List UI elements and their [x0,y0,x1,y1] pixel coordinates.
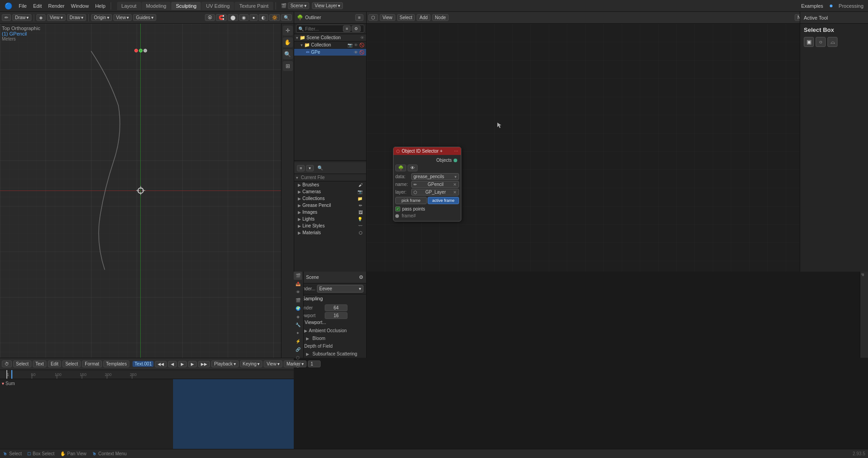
props-modifier-icon[interactable]: 🔧 [294,321,302,329]
timeline-text-btn[interactable]: Text [33,360,46,367]
menu-file[interactable]: File [16,2,30,10]
frame-num-field[interactable]: 1 [308,360,321,367]
timeline-edit-btn[interactable]: Edit [48,360,61,367]
viewport-canvas[interactable]: Top Orthographic (1) GPencil Meters [0,24,281,358]
snap-btn[interactable]: 🧲 [216,14,227,21]
widget-header[interactable]: ⬡ Object ID Selector + ⋯ [393,147,461,155]
ne-node-btn[interactable]: Node [432,14,449,21]
editor-type-btn[interactable]: ✏ [2,14,11,21]
props-world-icon[interactable]: 🌍 [294,304,302,313]
menu-examples[interactable]: Examples [798,2,826,10]
pick-frame-btn[interactable]: pick frame [395,197,427,204]
menu-edit[interactable]: Edit [31,2,45,10]
origin-btn[interactable]: Origin ▾ [91,14,112,21]
timeline-ruler[interactable]: 1 50 100 150 200 250 [0,370,294,379]
collection-eye-icon[interactable]: 👁 [354,43,358,47]
outliner-search-input[interactable] [305,26,342,31]
fb-materials[interactable]: ▶ Materials ⬡ [294,229,366,236]
outliner-settings[interactable]: ⚙ [352,26,361,32]
shading-material-btn[interactable]: ◐ [259,14,268,21]
data-field-dropdown[interactable]: ▾ [454,175,457,179]
start-frame-field[interactable]: ◀◀ [155,361,167,367]
vtab-properties[interactable]: P [860,272,865,278]
name-field-value[interactable]: ✏ GPencil ✕ [411,181,459,188]
search-btn[interactable]: 🔍 [281,14,292,21]
data-field-value[interactable]: grease_pencils ▾ [411,173,459,180]
fb-lights[interactable]: ▶ Lights 💡 [294,216,366,222]
ne-select-btn[interactable]: Select [397,14,415,21]
timeline-tracks[interactable]: ▾ Sum [0,379,294,449]
ne-type-icon[interactable]: ⬡ [368,14,378,21]
keying-btn[interactable]: Keying ▾ [240,360,263,367]
gpe-item[interactable]: ✏ GPe 👁 🚫 [294,49,366,56]
timeline-select2-btn[interactable]: Select [62,360,81,367]
fb-collections[interactable]: ▶ Collections 📁 [294,195,366,202]
props-particle-icon[interactable]: ✦ [294,329,302,337]
menu-help[interactable]: Help [92,2,108,10]
props-data-icon[interactable]: ⬡ [294,354,302,362]
transform-handles[interactable] [134,49,147,52]
timeline-type-icon[interactable]: ⏱ [2,360,12,367]
tool-mode-box[interactable]: ▣ [804,37,814,47]
vp-tool-grid[interactable]: ⊞ [283,61,293,71]
vp-draw-btn[interactable]: Draw ▾ [67,14,86,21]
tab-texture-paint[interactable]: Texture Paint [235,2,273,10]
tool-mode-lasso[interactable]: ⌓ [827,37,837,47]
fb-view-btn[interactable]: ≡ [297,165,305,171]
scene-selector[interactable]: Scene ▾ [288,2,309,9]
sss-header[interactable]: ▶ Subsurface Scattering [294,350,366,358]
timeline-select-btn[interactable]: Select [13,360,31,367]
gpe-hide-icon[interactable]: 🚫 [359,50,364,55]
props-output-icon[interactable]: 📤 [294,280,302,288]
layer-field-value[interactable]: ⬡ GP_Layer ✕ [411,189,459,196]
viewport-samples-input[interactable]: 16 [325,312,347,319]
collection-item[interactable]: ▾ 📁 Collection 📷 👁 🚫 [294,41,366,49]
bloom-header[interactable]: ▶ Bloom [294,334,366,342]
object-mode-btn[interactable]: ◈ [36,14,46,21]
vp-tool-hand[interactable]: ✋ [283,37,293,47]
outliner-filter-btn[interactable]: ≡ [355,14,363,21]
view-layer-selector[interactable]: View Layer ▾ [312,2,343,9]
tab-modeling[interactable]: Modeling [142,2,171,10]
guides-btn[interactable]: Guides ▾ [133,14,156,21]
ne-add-btn[interactable]: Add [417,14,430,21]
fb-sort-btn[interactable]: ▾ [306,165,314,171]
props-view-icon[interactable]: 👁 [294,288,302,296]
menu-window[interactable]: Window [68,2,92,10]
widget-close-area[interactable]: ⋯ [454,149,458,154]
end-frame-btn[interactable]: ▶▶ [198,361,210,367]
props-physics-icon[interactable]: ⚡ [294,337,302,345]
ne-view-btn[interactable]: View [380,14,395,21]
render-engine-selector[interactable]: Eevee ▾ [317,285,363,293]
frame-input-socket[interactable] [395,214,399,218]
widget-icon-btn2[interactable]: 👁 [408,165,418,171]
mode-selector[interactable]: Draw ▾ [12,14,31,21]
pivot-btn[interactable]: View ▾ [113,14,132,21]
next-frame-btn[interactable]: ▶ [188,361,197,367]
shading-render-btn[interactable]: 🔆 [269,14,280,21]
shading-solid-btn[interactable]: ● [250,14,258,21]
playback-btn[interactable]: Playback ▾ [211,360,239,367]
vp-view-btn[interactable]: View ▾ [47,14,66,21]
tab-uv-editing[interactable]: UV Editing [201,2,234,10]
fb-cameras[interactable]: ▶ Cameras 📷 [294,188,366,195]
name-field-clear[interactable]: ✕ [453,182,457,187]
proportional-btn[interactable]: ⦿ [205,14,215,21]
fb-brushes[interactable]: ▶ Brushes 🖌 [294,181,366,188]
props-material-icon[interactable]: ⬡ [294,362,302,370]
collection-hide-icon[interactable]: 🚫 [359,43,364,47]
layer-field-clear[interactable]: ✕ [453,190,457,195]
fb-images[interactable]: ▶ Images 🖼 [294,209,366,216]
z-handle[interactable] [143,49,147,52]
vp-tool-zoom[interactable]: 🔍 [283,49,293,59]
pass-points-checkbox[interactable]: ✓ [395,206,400,211]
dof-header[interactable]: ▶ Depth of Field [294,342,366,350]
gpe-eye-icon[interactable]: 👁 [354,50,358,55]
props-constraint-icon[interactable]: 🔗 [294,345,302,354]
prev-frame-btn[interactable]: ◀ [168,361,177,367]
vp-tool-cursor[interactable]: ✛ [283,26,293,36]
blender-logo[interactable]: 🔵 [2,1,15,10]
tab-layout[interactable]: Layout [117,2,141,10]
scene-eye-icon[interactable]: 👁 [360,36,364,40]
render-samples-input[interactable]: 64 [325,304,347,311]
